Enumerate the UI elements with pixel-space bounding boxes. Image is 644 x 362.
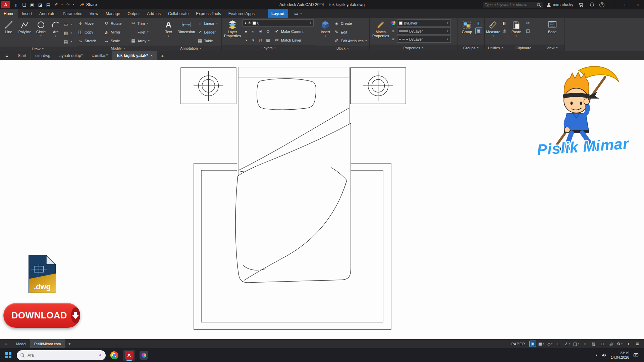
table-button[interactable]: ▦Table [197, 37, 220, 45]
arc-button[interactable]: Arc ▼ [49, 19, 62, 38]
help-search-field[interactable] [483, 2, 543, 8]
taskbar-clock[interactable]: 23:19 14.04.2026 [611, 351, 629, 360]
polar-tracking-button[interactable]: ∠▼ [564, 341, 571, 347]
maximize-button[interactable]: □ [620, 0, 632, 9]
tab-add-ins[interactable]: Add-ins [143, 9, 164, 18]
help-button[interactable]: ? [599, 2, 604, 7]
taskbar-app-button[interactable] [138, 350, 150, 361]
osnap-button[interactable]: ◱▼ [573, 341, 580, 347]
start-button[interactable] [3, 350, 14, 361]
paste-button[interactable]: Paste ▼ [508, 19, 524, 38]
download-button[interactable]: DOWNLOAD [3, 303, 80, 328]
tab-featured-apps[interactable]: Featured Apps [225, 9, 258, 18]
group-button[interactable]: Group [459, 19, 475, 34]
plot-button[interactable]: ▤ [44, 1, 52, 9]
tab-manage[interactable]: Manage [102, 9, 124, 18]
copy-button[interactable]: ◫Copy [77, 28, 104, 36]
cut-button[interactable]: ✂ [525, 20, 531, 26]
trim-button[interactable]: ✂Trim▼ [130, 19, 157, 27]
ortho-button[interactable]: ∟ [555, 341, 562, 347]
gradient-tool-button[interactable]: ▤▼ [63, 38, 72, 46]
save-as-button[interactable]: ◪ [36, 1, 44, 9]
copy-clip-button[interactable]: ◫ [525, 27, 531, 34]
save-button[interactable]: ▣ [28, 1, 36, 9]
file-tab-aynali-dolap[interactable]: aynalı dolap* [55, 51, 87, 60]
file-tab-tek-kisilik-yatak[interactable]: tek kişilik yatak*× [112, 51, 157, 60]
edit-attributes-button[interactable]: ✐Edit Attributes▼ [334, 37, 367, 45]
text-button[interactable]: A Text ▼ [162, 19, 175, 38]
layer-freeze-button[interactable]: ✳ [257, 28, 264, 35]
redo-button[interactable]: ↷ [64, 1, 72, 9]
selection-cycling-button[interactable]: □ [599, 341, 606, 347]
minimize-button[interactable]: – [608, 0, 620, 9]
tab-insert[interactable]: Insert [18, 9, 36, 18]
create-block-button[interactable]: ◈Create [334, 19, 367, 27]
taskbar-search-input[interactable] [28, 353, 95, 358]
panel-label-layers[interactable]: Layers▼ [222, 45, 316, 51]
mirror-button[interactable]: ◭Mirror [104, 28, 130, 36]
store-button[interactable] [577, 1, 585, 9]
tray-chevron-up-icon[interactable]: ▴ [595, 353, 597, 357]
open-file-button[interactable]: ❏ [20, 1, 28, 9]
panel-label-properties[interactable]: Properties▼ [370, 45, 458, 51]
scale-button[interactable]: ↔Scale [104, 37, 130, 45]
transparency-button[interactable]: ▨ [590, 341, 597, 347]
fillet-button[interactable]: ⌒Fillet▼ [130, 28, 157, 36]
tab-layout[interactable]: Layout [268, 9, 288, 18]
workspace-gear-button[interactable]: ⚙▼ [616, 341, 623, 347]
ungroup-button[interactable]: ◫ [475, 20, 482, 26]
lineweight-display-button[interactable]: ≡ [582, 341, 588, 347]
panel-label-view[interactable]: View▼ [540, 45, 565, 51]
undo-button[interactable]: ↶ [52, 1, 60, 9]
undo-dropdown[interactable]: ▾ [60, 3, 64, 6]
file-tab-cim-dwg[interactable]: cim-dwg [31, 51, 55, 60]
rectangle-tool-button[interactable]: ▭▼ [63, 20, 72, 28]
tab-output[interactable]: Output [124, 9, 143, 18]
group-edit-button[interactable]: ▦ [475, 27, 482, 34]
hatch-tool-button[interactable]: ▨▼ [63, 29, 72, 37]
annotation-scale-button[interactable]: ◎ [608, 341, 614, 347]
polyline-button[interactable]: Polyline [17, 19, 33, 34]
snap-button[interactable]: ◇▼ [547, 341, 553, 347]
new-drawing-button[interactable]: + [157, 51, 167, 60]
panel-label-clipboard[interactable]: Clipboard [507, 45, 540, 51]
leader-button[interactable]: ↗Leader [197, 28, 220, 36]
ribbon-display-toggle[interactable]: ▭▾ [291, 9, 305, 18]
dimension-button[interactable]: Dimension [176, 19, 197, 34]
layout-menu-button[interactable]: ≡ [0, 341, 12, 347]
notification-center-icon[interactable] [633, 353, 639, 358]
speaker-icon[interactable] [601, 353, 607, 358]
layer-off-button[interactable]: ● [243, 28, 249, 35]
file-tab-camillas[interactable]: camillas* [87, 51, 112, 60]
taskbar-autocad-button[interactable]: A [123, 350, 135, 361]
tab-parametric[interactable]: Parametric [59, 9, 86, 18]
linear-button[interactable]: ↔Linear▼ [197, 19, 220, 27]
tab-express-tools[interactable]: Express Tools [192, 9, 224, 18]
base-button[interactable]: Base [544, 19, 561, 34]
help-search-input[interactable] [485, 3, 535, 7]
customize-button[interactable]: ≣ [634, 341, 641, 347]
tab-collaborate[interactable]: Collaborate [164, 9, 192, 18]
close-tab-icon[interactable]: × [150, 53, 153, 58]
quick-calc-button[interactable]: ◧ [501, 20, 508, 26]
linetype-select[interactable]: ByLayer▼ [397, 36, 451, 43]
file-tab-start[interactable]: Start [13, 51, 31, 60]
taskbar-search[interactable]: ✦ [17, 350, 106, 360]
panel-label-groups[interactable]: Groups▼ [458, 45, 484, 51]
layer-select[interactable]: ● ☀ 0 ▼ [243, 19, 314, 26]
paper-space-button[interactable]: ▣ [529, 341, 536, 347]
panel-label-block[interactable]: Block▼ [316, 46, 369, 51]
match-layer-button[interactable]: ⇄Match Layer [274, 36, 302, 44]
model-tab[interactable]: Model [12, 339, 30, 348]
layer-walk-button[interactable]: ▦ [265, 37, 271, 44]
layer-isolate-button[interactable]: ◐ [250, 28, 257, 35]
qat-customize-dropdown[interactable]: ▾ [72, 3, 75, 6]
new-file-button[interactable]: ▯ [12, 1, 20, 9]
notifications-button[interactable] [588, 1, 596, 9]
isolate-objects-button[interactable]: ◐ [625, 341, 632, 347]
line-button[interactable]: Line [1, 19, 16, 34]
layer-properties-button[interactable]: Layer Properties [223, 19, 242, 38]
circle-button[interactable]: Circle ▼ [34, 19, 48, 38]
tab-view[interactable]: View [86, 9, 102, 18]
id-point-button[interactable]: ◎ [501, 27, 508, 34]
